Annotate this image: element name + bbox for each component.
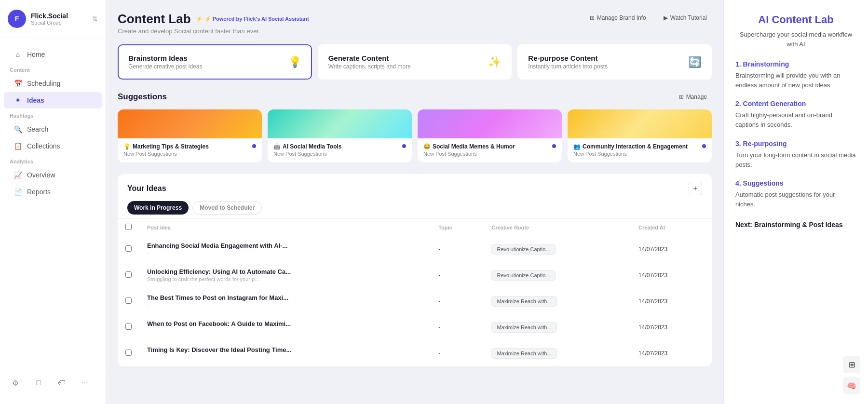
watch-tutorial-button[interactable]: ▶ Watch Tutorial [659, 12, 712, 24]
post-idea-title: Enhancing Social Media Engagement with A… [147, 242, 423, 249]
suggestion-banner-marketing [118, 109, 262, 138]
tool-card-repurpose[interactable]: Re-purpose Content Instantly turn articl… [517, 44, 712, 80]
sidebar-item-scheduling[interactable]: 📅 Scheduling [4, 75, 102, 92]
ai-badge-button[interactable]: ⚡ ⚡ Powered by Flick's AI Social Assista… [196, 16, 309, 22]
row-post-idea[interactable]: Unlocking Efficiency: Using AI to Automa… [139, 262, 431, 288]
suggestion-title-marketing: 💡 Marketing Tips & Strategies [123, 143, 209, 150]
more-icon[interactable]: ··· [77, 375, 93, 391]
sidebar-item-ideas[interactable]: ✦ Ideas [4, 92, 102, 108]
post-idea-subtitle: Struggling to craft the perfect words fo… [147, 276, 423, 282]
repurpose-icon: 🔄 [688, 56, 701, 68]
panel-icon-brain[interactable]: 🧠 [843, 377, 860, 394]
row-creative-route[interactable]: Maximize Reach with... [484, 340, 631, 366]
row-checkbox[interactable] [125, 323, 132, 330]
row-post-idea[interactable]: When to Post on Facebook: A Guide to Max… [139, 314, 431, 340]
table-row[interactable]: Enhancing Social Media Engagement with A… [118, 236, 712, 262]
row-checkbox[interactable] [125, 271, 132, 278]
row-post-idea[interactable]: Timing Is Key: Discover the Ideal Postin… [139, 340, 431, 366]
manage-suggestions-button[interactable]: ⊞ Manage [674, 91, 712, 103]
suggestion-title-memes: 😂 Social Media Memes & Humor [423, 143, 515, 150]
collections-icon: 📋 [14, 142, 22, 150]
panel-suggestions-body: Automatic post suggestions for your nich… [735, 190, 856, 209]
content-area: Content Lab ⚡ ⚡ Powered by Flick's AI So… [106, 0, 723, 404]
row-post-idea[interactable]: The Best Times to Post on Instagram for … [139, 288, 431, 314]
row-checkbox[interactable] [125, 350, 132, 356]
post-idea-title: When to Post on Facebook: A Guide to Max… [147, 320, 423, 327]
sidebar-section-analytics: Analytics [0, 155, 106, 166]
tab-moved-to-scheduler[interactable]: Moved to Scheduler [192, 201, 262, 215]
panel-bottom-icons: ⊞ 🧠 [843, 356, 860, 394]
sidebar-section-hashtags: Hashtags [0, 109, 106, 121]
sidebar-item-collections[interactable]: 📋 Collections [4, 138, 102, 154]
table-header-row: Post Idea Topic Creative Route Created A… [118, 219, 712, 236]
header-actions: ⊞ Manage Brand Info ▶ Watch Tutorial [585, 12, 712, 24]
row-checkbox-cell [118, 314, 139, 340]
search-icon: 🔍 [14, 125, 22, 133]
table-row[interactable]: The Best Times to Post on Instagram for … [118, 288, 712, 314]
sidebar-chevron-icon[interactable]: ⇅ [92, 15, 98, 23]
row-checkbox-cell [118, 340, 139, 366]
creative-route-badge: Maximize Reach with... [491, 348, 556, 359]
post-idea-subtitle: - [147, 328, 423, 334]
repurpose-subtitle: Instantly turn articles into posts [528, 63, 608, 70]
calendar-icon: 📅 [14, 80, 22, 87]
tags-icon[interactable]: 🏷 [54, 375, 69, 391]
creative-route-badge: Maximize Reach with... [491, 322, 556, 333]
sidebar-header: F Flick.Social Social Group ⇅ [0, 0, 106, 38]
tool-card-generate[interactable]: Generate Content Write captions, scripts… [318, 44, 512, 80]
repurpose-title: Re-purpose Content [528, 54, 608, 62]
brand-logo: F [8, 10, 26, 28]
right-panel: AI Content Lab Supercharge your social m… [723, 0, 868, 404]
tool-card-brainstorm[interactable]: Brainstorm Ideas Generate creative post … [118, 44, 312, 80]
panel-content-gen-title: 2. Content Generation [735, 100, 856, 108]
brainstorm-title: Brainstorm Ideas [128, 54, 202, 62]
row-checkbox[interactable] [125, 245, 132, 252]
row-creative-route[interactable]: Revolutionize Captio... [484, 236, 631, 262]
suggestion-banner-memes [418, 109, 562, 138]
select-all-checkbox[interactable] [125, 224, 132, 230]
add-idea-button[interactable]: + [689, 182, 702, 195]
settings-icon[interactable]: ⚙ [8, 375, 23, 391]
row-post-idea[interactable]: Enhancing Social Media Engagement with A… [139, 236, 431, 262]
brainstorm-subtitle: Generate creative post ideas [128, 63, 202, 70]
extensions-icon[interactable]: □ [31, 375, 46, 391]
panel-section-content-gen: 2. Content Generation Craft highly-perso… [735, 100, 856, 130]
row-creative-route[interactable]: Maximize Reach with... [484, 314, 631, 340]
ideas-title: Your Ideas [127, 184, 166, 193]
page-title: Content Lab [118, 12, 191, 27]
suggestions-title: Suggestions [118, 92, 167, 102]
table-row[interactable]: When to Post on Facebook: A Guide to Max… [118, 314, 712, 340]
sidebar-bottom: ⚙ □ 🏷 ··· [0, 369, 106, 396]
sidebar-item-search[interactable]: 🔍 Search [4, 121, 102, 137]
table-row[interactable]: Unlocking Efficiency: Using AI to Automa… [118, 262, 712, 288]
suggestion-banner-ai [268, 109, 412, 138]
manage-brand-button[interactable]: ⊞ Manage Brand Info [585, 12, 651, 24]
sidebar-item-reports[interactable]: 📄 Reports [4, 184, 102, 200]
suggestion-title-ai: 🤖 AI Social Media Tools [273, 143, 341, 150]
post-idea-title: The Best Times to Post on Instagram for … [147, 294, 423, 301]
panel-subtitle: Supercharge your social media workflow w… [735, 30, 856, 49]
row-topic: - [431, 314, 484, 340]
suggestion-card-ai-tools[interactable]: 🤖 AI Social Media Tools New Post Suggest… [268, 109, 412, 162]
panel-suggestions-title: 4. Suggestions [735, 179, 856, 187]
row-checkbox[interactable] [125, 297, 132, 304]
row-creative-route[interactable]: Revolutionize Captio... [484, 262, 631, 288]
panel-icon-grid[interactable]: ⊞ [843, 356, 860, 373]
row-creative-route[interactable]: Maximize Reach with... [484, 288, 631, 314]
sidebar-item-home[interactable]: ⌂ Home [4, 46, 102, 63]
home-icon: ⌂ [14, 51, 22, 58]
suggestion-card-memes[interactable]: 😂 Social Media Memes & Humor New Post Su… [418, 109, 562, 162]
suggestion-card-marketing[interactable]: 💡 Marketing Tips & Strategies New Post S… [118, 109, 262, 162]
play-icon: ▶ [664, 14, 668, 21]
manage-icon: ⊞ [590, 14, 595, 21]
post-idea-subtitle: - [147, 250, 423, 256]
suggestion-card-community[interactable]: 👥 Community Interaction & Engagement New… [568, 109, 712, 162]
row-checkbox-cell [118, 262, 139, 288]
ideas-header: Your Ideas + [118, 174, 712, 195]
reports-icon: 📄 [14, 188, 22, 196]
sidebar-item-overview[interactable]: 📈 Overview [4, 167, 102, 183]
col-checkbox [118, 219, 139, 236]
suggestion-dot-memes [552, 144, 556, 148]
tab-work-in-progress[interactable]: Work in Progress [127, 201, 189, 215]
table-row[interactable]: Timing Is Key: Discover the Ideal Postin… [118, 340, 712, 366]
